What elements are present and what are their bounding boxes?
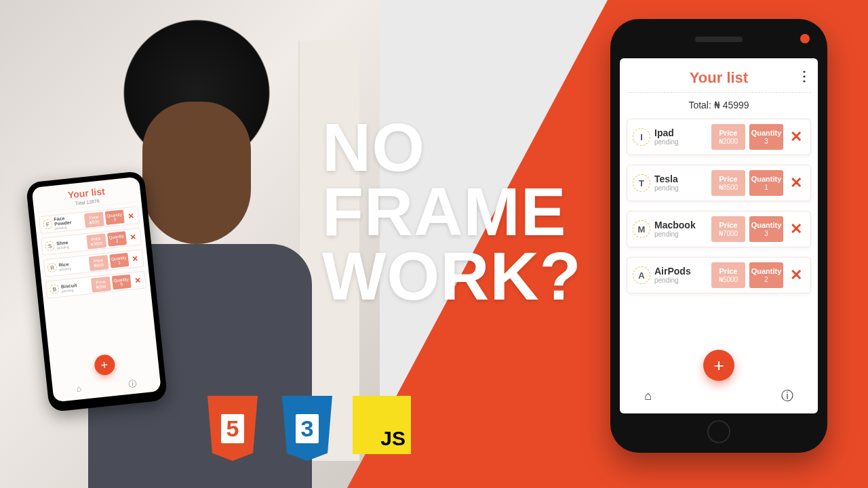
list-item[interactable]: IIpadpendingPrice₦2000Quantity3✕ (627, 119, 811, 155)
item-name: AirPodspending (654, 266, 707, 284)
js-badge: JS (353, 396, 411, 454)
item-list: IIpadpendingPrice₦2000Quantity3✕TTeslape… (627, 119, 811, 293)
small-bottom-nav: ⌂ ⓘ (52, 375, 161, 399)
item-name: Shoepending (56, 238, 85, 249)
handheld-screen: Your list Total 12878 FFace Powderpendin… (32, 177, 161, 403)
total-row: Total: ₦ 45999 (627, 100, 811, 110)
list-item[interactable]: AAirPodspendingPrice₦5000Quantity2✕ (627, 257, 811, 293)
item-status: pending (654, 277, 707, 284)
item-name: Face Powderpending (54, 214, 83, 230)
currency-symbol: ₦ (714, 100, 720, 110)
price-cell: Price₦500 (84, 211, 104, 228)
bottom-nav: ⌂ ⓘ (620, 388, 818, 404)
item-name: Ipadpending (654, 128, 707, 146)
quantity-cell[interactable]: Quantity3 (749, 216, 783, 241)
js-label: JS (380, 427, 406, 450)
thumbnail-stage: NO FRAME WORK? 5 3 JS Your list Total 12… (0, 0, 868, 488)
price-cell: Price₦200 (91, 276, 111, 292)
small-add-button[interactable]: + (93, 354, 115, 376)
title-divider (627, 92, 811, 93)
item-name: Biscuitpending (61, 281, 90, 293)
css3-badge: 3 (278, 396, 336, 461)
item-name: Macbookpending (654, 220, 707, 238)
phone-home-button[interactable] (707, 420, 730, 443)
item-avatar: R (47, 262, 57, 272)
delete-icon[interactable]: ✕ (125, 211, 136, 220)
headline-line: WORK? (322, 244, 607, 308)
quantity-cell[interactable]: Quantity1 (749, 170, 783, 195)
info-icon[interactable]: ⓘ (128, 378, 138, 390)
delete-icon[interactable]: ✕ (787, 220, 805, 238)
app-title: Your list (627, 69, 811, 87)
price-cell[interactable]: Price₦2000 (711, 124, 745, 149)
price-cell[interactable]: Price₦8500 (711, 170, 745, 195)
item-avatar: I (633, 128, 650, 146)
item-avatar: T (633, 174, 650, 192)
item-avatar: M (633, 220, 650, 238)
phone-camera (800, 34, 810, 43)
quantity-cell[interactable]: Quantity2 (749, 262, 783, 287)
price-cell: Price₦3000 (86, 233, 106, 249)
item-status: pending (654, 185, 707, 192)
mockup-phone: ⋮ Your list Total: ₦ 45999 IIpadpendingP… (610, 19, 827, 453)
tech-badges: 5 3 JS (203, 396, 411, 461)
headline: NO FRAME WORK? (322, 115, 607, 308)
quantity-cell: Quantity3 (104, 209, 124, 225)
item-avatar: S (45, 241, 55, 251)
home-icon[interactable]: ⌂ (644, 389, 652, 403)
price-cell[interactable]: Price₦7000 (711, 216, 745, 241)
html5-label: 5 (221, 414, 245, 443)
delete-icon[interactable]: ✕ (787, 266, 805, 284)
add-button[interactable]: + (703, 350, 734, 381)
handheld-phone: Your list Total 12878 FFace Powderpendin… (26, 171, 168, 412)
item-name: Ricepending (58, 260, 87, 271)
delete-icon[interactable]: ✕ (132, 275, 142, 285)
headline-line: NO (322, 115, 607, 180)
total-value: 45999 (723, 100, 749, 110)
mockup-screen: ⋮ Your list Total: ₦ 45999 IIpadpendingP… (620, 58, 818, 413)
css3-label: 3 (296, 414, 319, 443)
item-avatar: B (50, 284, 60, 294)
delete-icon[interactable]: ✕ (130, 254, 140, 264)
quantity-cell: Quantity5 (111, 274, 131, 290)
small-item-list: FFace PowderpendingPrice₦500Quantity3✕SS… (39, 206, 146, 299)
item-name: Teslapending (654, 174, 707, 192)
kebab-menu-icon[interactable]: ⋮ (797, 68, 810, 84)
quantity-cell[interactable]: Quantity3 (749, 124, 783, 149)
delete-icon[interactable]: ✕ (787, 128, 805, 146)
quantity-cell: Quantity1 (109, 253, 129, 268)
item-status: pending (654, 231, 707, 238)
phone-speaker (695, 37, 743, 42)
item-avatar: F (43, 219, 53, 229)
total-label: Total: (688, 100, 711, 110)
price-cell[interactable]: Price₦5000 (711, 262, 745, 287)
list-item[interactable]: MMacbookpendingPrice₦7000Quantity3✕ (627, 211, 811, 247)
item-status: pending (654, 139, 707, 146)
list-item[interactable]: TTeslapendingPrice₦8500Quantity1✕ (627, 165, 811, 201)
item-avatar: A (633, 266, 650, 284)
home-icon[interactable]: ⌂ (76, 384, 82, 396)
headline-line: FRAME (322, 180, 607, 244)
delete-icon[interactable]: ✕ (127, 232, 138, 242)
html5-badge: 5 (203, 396, 262, 461)
price-cell: Price₦900 (89, 255, 109, 271)
info-icon[interactable]: ⓘ (781, 388, 793, 404)
delete-icon[interactable]: ✕ (787, 174, 805, 192)
quantity-cell: Quantity2 (107, 231, 127, 247)
